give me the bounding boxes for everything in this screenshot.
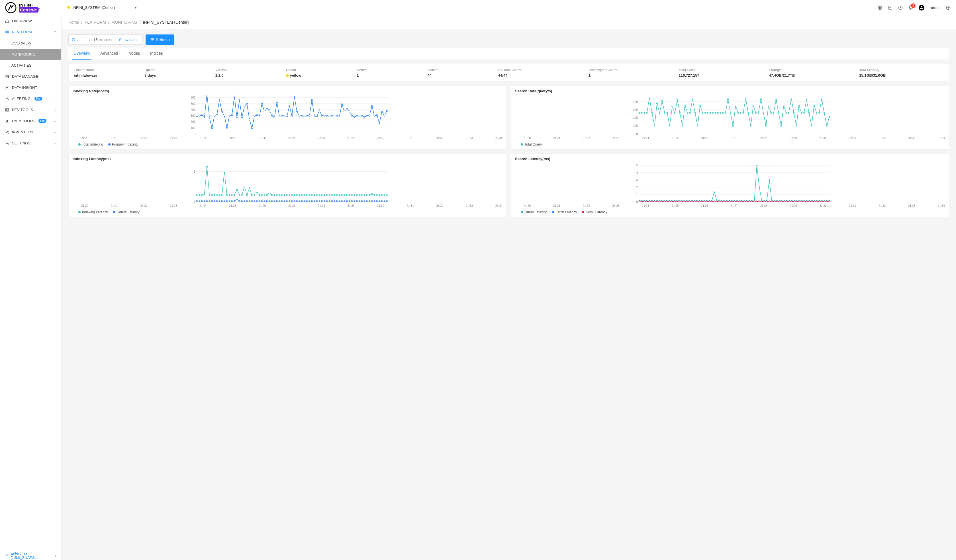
svg-point-303 (244, 186, 245, 187)
nav-platform-activities[interactable]: ACTIVITIES (0, 60, 61, 71)
svg-point-175 (362, 115, 363, 116)
svg-point-243 (758, 112, 759, 113)
tab-indices[interactable]: Indices (149, 47, 164, 60)
svg-point-623 (686, 201, 687, 202)
svg-point-670 (804, 201, 805, 202)
svg-point-679 (826, 201, 827, 202)
logo[interactable]: INFINI Console/// (5, 2, 61, 13)
svg-point-406 (309, 201, 310, 202)
refresh-button[interactable]: Refresh (146, 35, 175, 45)
clock-icon[interactable]: ⌄ (69, 35, 82, 44)
svg-text:200: 200 (190, 120, 195, 123)
legend-item[interactable]: Primary Indexing (108, 142, 138, 146)
nav-platform-monitoring[interactable]: MONITORING (0, 49, 61, 60)
username[interactable]: admin (930, 5, 940, 10)
avatar-icon[interactable] (918, 5, 925, 11)
terminal-icon (5, 108, 9, 112)
svg-point-238 (745, 98, 746, 99)
svg-point-181 (376, 115, 377, 116)
crumb-monitoring[interactable]: MONITORING (112, 20, 137, 25)
legend-item[interactable]: Query Latency (521, 210, 547, 214)
cluster-selector[interactable]: INFINI_SYSTEM (Center) ▾ (65, 4, 139, 11)
enterprise-link[interactable]: Enterprise (1.5.0_SNAPS... › (0, 548, 61, 560)
time-range-picker[interactable]: ⌄ Last 15 minutes Show dates (68, 35, 143, 45)
nav-inventory[interactable]: INVENTORY⌄ (0, 126, 61, 138)
svg-point-153 (306, 115, 307, 116)
svg-point-655 (766, 201, 767, 202)
svg-point-263 (808, 112, 810, 113)
nav-data-insight[interactable]: DATA INSIGHT⌄ (0, 82, 61, 93)
svg-point-177 (366, 115, 368, 116)
svg-point-196 (639, 112, 640, 113)
globe-icon[interactable] (877, 5, 882, 10)
svg-point-313 (269, 192, 270, 193)
svg-point-168 (344, 111, 345, 112)
svg-point-117 (217, 114, 218, 115)
chart-icon (5, 86, 9, 90)
svg-point-163 (331, 115, 332, 116)
settings-globe-icon[interactable] (946, 5, 951, 10)
svg-point-616 (669, 201, 670, 202)
notifications-button[interactable]: 2 (908, 5, 913, 10)
header: INFINI Console/// INFINI_SYSTEM (Center)… (0, 0, 956, 16)
svg-point-170 (349, 111, 350, 112)
tabs: Overview Advanced Nodes Indices (68, 47, 949, 60)
tab-nodes[interactable]: Nodes (127, 47, 141, 60)
svg-point-240 (750, 125, 752, 126)
legend-item[interactable]: Scroll Latency (582, 210, 607, 214)
svg-point-346 (351, 195, 352, 196)
svg-point-142 (279, 116, 280, 117)
nav-dev-tools[interactable]: DEV TOOLS⌄ (0, 104, 61, 115)
svg-point-423 (351, 201, 352, 202)
svg-point-223 (707, 112, 708, 113)
legend-item[interactable]: Delete Latency (113, 210, 140, 214)
svg-point-642 (734, 201, 735, 202)
svg-point-338 (331, 195, 332, 196)
nav-platform-overview[interactable]: OVERVIEW (0, 38, 61, 49)
stat-unassigned: Unassigned Shards1 (588, 68, 673, 77)
legend-item[interactable]: Total Indexing (78, 142, 103, 146)
svg-point-498 (759, 187, 760, 188)
cluster-stats: Cluster Nameinfinilabs-ezs Uptime8 days … (68, 64, 949, 82)
svg-point-635 (716, 201, 717, 202)
crumb-home[interactable]: Home (68, 20, 79, 25)
crumb-platform[interactable]: PLATFORM (85, 20, 106, 25)
stat-health: Healthyellow (286, 68, 351, 77)
svg-point-167 (341, 104, 343, 105)
tab-advanced[interactable]: Advanced (99, 47, 119, 60)
download-icon[interactable] (888, 5, 893, 10)
svg-point-413 (327, 201, 328, 202)
svg-point-433 (376, 201, 377, 202)
stat-storage: Storage47.4GB/21.7TB (769, 68, 854, 77)
nav-platform[interactable]: PLATFORM ⌃ (0, 27, 61, 38)
show-dates-link[interactable]: Show dates (115, 38, 142, 42)
svg-point-385 (256, 201, 258, 202)
svg-point-132 (254, 115, 255, 116)
nav-data-tools[interactable]: DATA TOOLS Pro ⌄ (0, 115, 61, 126)
svg-text:2: 2 (636, 186, 638, 189)
nav-overview[interactable]: OVERVIEW (0, 16, 61, 27)
nav-alerting[interactable]: ALERTING Pro ⌄ (0, 93, 61, 104)
legend-item[interactable]: Total Query (521, 142, 542, 146)
svg-point-664 (789, 201, 790, 202)
svg-point-212 (679, 112, 681, 113)
tab-overview[interactable]: Overview (72, 47, 91, 60)
svg-point-632 (709, 201, 710, 202)
svg-point-636 (719, 201, 720, 202)
svg-point-239 (748, 112, 749, 113)
help-icon[interactable] (898, 5, 903, 10)
svg-point-331 (314, 195, 315, 196)
pro-badge: Pro (38, 119, 46, 123)
nav-settings[interactable]: SETTINGS⌄ (0, 138, 61, 149)
nav-data-manage[interactable]: DATA MANAGE⌄ (0, 71, 61, 82)
legend-item[interactable]: Indexing Latency (78, 210, 108, 214)
svg-point-164 (334, 114, 335, 115)
svg-point-306 (251, 195, 252, 196)
svg-point-173 (356, 115, 357, 116)
svg-point-286 (201, 195, 203, 196)
svg-text:100: 100 (190, 126, 195, 130)
svg-point-221 (702, 112, 703, 113)
svg-point-323 (294, 195, 295, 196)
chevron-down-icon: ⌄ (54, 86, 56, 89)
legend-item[interactable]: Fetch Latency (552, 210, 577, 214)
